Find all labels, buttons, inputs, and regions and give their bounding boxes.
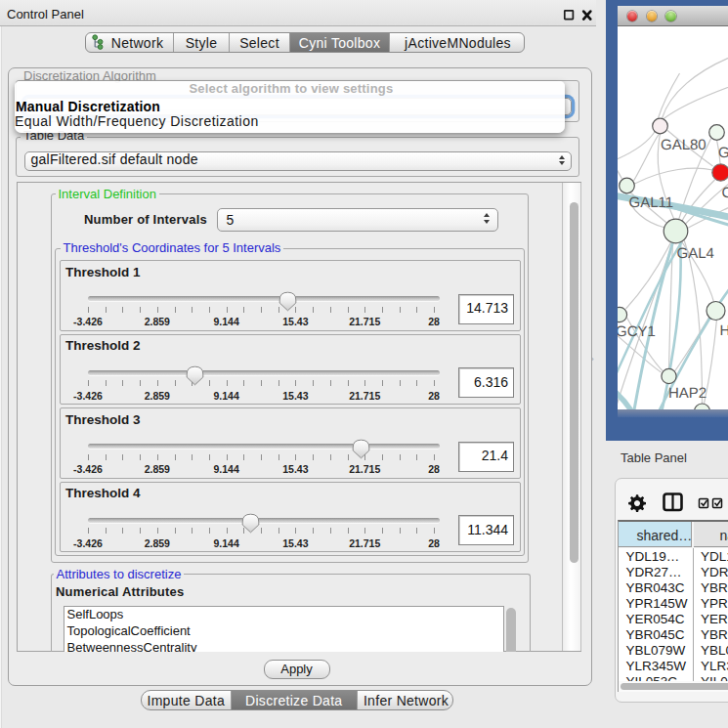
- svg-text:GAL80: GAL80: [661, 137, 707, 153]
- svg-text:GA: GA: [718, 145, 728, 161]
- svg-text:HAP2: HAP2: [668, 385, 707, 402]
- svg-text:GAL11: GAL11: [628, 194, 673, 211]
- svg-text:GCY1: GCY1: [618, 323, 656, 340]
- svg-text:H: H: [719, 322, 728, 339]
- svg-text:C: C: [721, 185, 728, 201]
- svg-text:GAL4: GAL4: [676, 245, 713, 262]
